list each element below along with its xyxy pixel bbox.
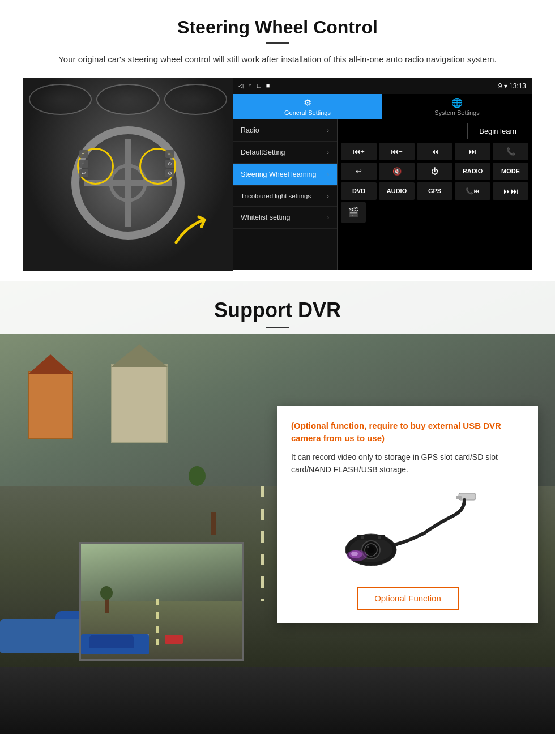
gps-button[interactable]: GPS (417, 182, 452, 200)
yellow-arrow-icon (170, 214, 216, 248)
steering-photo: + − ↩ ≡ ⊙ ⚙ (23, 78, 233, 271)
menu-item-tricoloured[interactable]: Tricoloured light settings › (233, 186, 337, 207)
title-divider (266, 42, 289, 44)
tab-general-settings[interactable]: ⚙ General Settings (233, 94, 382, 119)
camera-svg (328, 490, 487, 570)
mode-button[interactable]: MODE (493, 163, 528, 180)
vol-up-button[interactable]: ⏮+ (341, 143, 377, 160)
dvr-title-divider (266, 327, 289, 328)
svg-point-7 (367, 546, 369, 548)
dvr-thumbnail (79, 542, 244, 661)
prev-track-button[interactable]: ⏮ (417, 143, 452, 160)
menu-item-whitelist[interactable]: Whitelist setting › (233, 207, 337, 229)
back-button[interactable]: ↩ (341, 163, 377, 180)
steering-photo-inner: + − ↩ ≡ ⊙ ⚙ (23, 78, 233, 271)
android-statusbar: ◁ ○ □ ■ 9 ▾ 13:13 (233, 78, 532, 94)
skip-next-button[interactable]: ⏭⏭ (493, 182, 528, 200)
control-panel: Begin learn ⏮+ ⏮− ⏮ ⏭ 📞 ↩ 🔇 ⏻ RADIO (338, 119, 532, 270)
menu-item-defaultsetting[interactable]: DefaultSetting › (233, 142, 337, 164)
radio-button[interactable]: RADIO (455, 163, 490, 180)
control-grid: ⏮+ ⏮− ⏮ ⏭ 📞 ↩ 🔇 ⏻ RADIO MODE DVD AUDIO (341, 143, 528, 200)
dvr-section: Support DVR (0, 281, 555, 734)
chevron-right-icon: › (327, 193, 329, 199)
steering-section: Steering Wheel Control Your original car… (0, 0, 555, 281)
page-title: Steering Wheel Control (23, 17, 532, 38)
android-tabs: ⚙ General Settings 🌐 System Settings (233, 94, 532, 119)
android-panel: ◁ ○ □ ■ 9 ▾ 13:13 ⚙ General Settings 🌐 S… (233, 78, 532, 270)
phone-button[interactable]: 📞 (493, 143, 528, 160)
svg-point-13 (351, 552, 358, 556)
tab-general-label: General Settings (284, 109, 331, 116)
chevron-right-icon: › (327, 214, 329, 221)
system-icon: 🌐 (451, 97, 463, 108)
dvr-optional-text: (Optional function, require to buy exter… (291, 420, 524, 445)
dvd-button[interactable]: DVD (341, 182, 377, 200)
gear-icon: ⚙ (304, 97, 311, 108)
chevron-right-icon: › (327, 171, 329, 178)
steering-demo-container: + − ↩ ≡ ⊙ ⚙ (23, 78, 532, 270)
begin-learn-row: Begin learn (341, 123, 528, 139)
tab-system-label: System Settings (434, 109, 479, 116)
power-button[interactable]: ⏻ (417, 163, 452, 180)
vol-down-button[interactable]: ⏮− (379, 143, 415, 160)
mute-button[interactable]: 🔇 (379, 163, 415, 180)
tab-system-settings[interactable]: 🌐 System Settings (382, 94, 532, 119)
dvr-section-title: Support DVR (0, 298, 555, 322)
phone-prev-button[interactable]: 📞⏮ (455, 182, 490, 200)
menu-item-steering-wheel-learning[interactable]: Steering Wheel learning › (233, 164, 337, 186)
next-track-button[interactable]: ⏭ (455, 143, 490, 160)
dvr-camera-illustration (291, 485, 524, 575)
android-content: Radio › DefaultSetting › Steering Wheel … (233, 119, 532, 270)
dvr-title-area: Support DVR (0, 281, 555, 334)
dvr-dashboard-bottom (0, 667, 555, 734)
begin-learn-button[interactable]: Begin learn (467, 123, 528, 139)
audio-button[interactable]: AUDIO (379, 182, 415, 200)
chevron-right-icon: › (327, 127, 329, 134)
page-subtitle: Your original car's steering wheel contr… (57, 53, 498, 66)
statusbar-nav-icons: ◁ ○ □ ■ (238, 82, 270, 89)
svg-rect-1 (456, 496, 462, 499)
dvr-description: It can record video only to storage in G… (291, 451, 524, 476)
statusbar-time: 9 ▾ 13:13 (498, 82, 526, 90)
dvr-info-card: (Optional function, require to buy exter… (278, 406, 538, 624)
chevron-right-icon: › (327, 149, 329, 156)
menu-item-radio[interactable]: Radio › (233, 119, 337, 142)
optional-function-button[interactable]: Optional Function (357, 587, 459, 610)
thumb-inner (81, 544, 242, 659)
menu-list: Radio › DefaultSetting › Steering Wheel … (233, 119, 338, 270)
svg-point-9 (361, 536, 364, 539)
media-button[interactable]: 🎬 (341, 202, 366, 223)
svg-point-10 (378, 536, 381, 539)
